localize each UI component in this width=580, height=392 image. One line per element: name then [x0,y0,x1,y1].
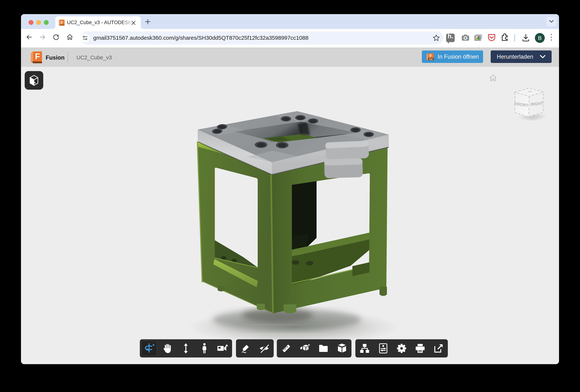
svg-text:FUS: FUS [429,58,433,60]
svg-text:F: F [430,53,432,58]
svg-text:F: F [61,20,63,25]
svg-text:F: F [35,52,40,61]
svg-text:TOP: TOP [528,90,532,93]
